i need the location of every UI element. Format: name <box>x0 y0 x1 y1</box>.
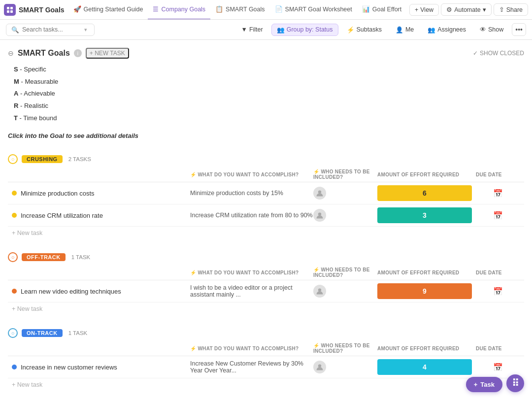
tab-company-goals-label: Company Goals <box>161 6 205 13</box>
page-title: SMART Goals <box>18 49 70 58</box>
task-status-dot <box>12 213 17 218</box>
more-options-button[interactable]: ••• <box>512 23 526 36</box>
task-status-dot <box>12 289 17 294</box>
task-status-dot <box>12 191 17 196</box>
svg-point-7 <box>318 365 321 368</box>
new-task-row[interactable]: + New task <box>8 302 524 315</box>
tasks-off-track: Learn new video editing techniques I wis… <box>8 280 524 302</box>
app-logo-text: SMART Goals <box>19 6 65 14</box>
table-row: Learn new video editing techniques I wis… <box>8 280 524 302</box>
effort-bar[interactable]: 9 <box>377 283 472 299</box>
smart-item-s: S - Specific <box>14 64 524 76</box>
click-hint: Click into the Goal to see additional de… <box>8 132 524 139</box>
col-included: ⚡ WHO NEEDS TO BE INCLUDED? <box>313 267 377 278</box>
effort-cell: 4 <box>377 359 476 375</box>
col-taskname <box>12 343 190 354</box>
person-icon <box>316 189 324 197</box>
group-count-off-track: 1 TASK <box>71 254 91 260</box>
assignees-button[interactable]: 👥 Assignees <box>422 24 471 36</box>
tab-goal-effort[interactable]: 📊 Goal Effort <box>357 0 407 20</box>
smart-item-t: T - Time bound <box>14 112 524 125</box>
filter-icon: ▼ <box>241 26 247 33</box>
task-name[interactable]: Increase CRM utilization rate <box>21 212 103 219</box>
check-icon: ✓ <box>473 50 478 57</box>
new-task-row[interactable]: + New task <box>8 227 524 239</box>
group-badge-off-track: OFF-TRACK <box>22 253 66 261</box>
group-count-crushing: 2 TASKS <box>68 156 91 162</box>
avatar <box>313 209 326 222</box>
col-header-on-track: ⚡ WHAT DO YOU WANT TO ACCOMPLISH? ⚡ WHO … <box>8 341 524 356</box>
top-nav: SMART Goals 🚀 Getting Started Guide ☰ Co… <box>0 0 532 20</box>
col-effort: AMOUNT OF EFFORT REQUIRED <box>377 343 476 354</box>
new-task-row[interactable]: + New task <box>8 378 524 391</box>
col-header-off-track: ⚡ WHAT DO YOU WANT TO ACCOMPLISH? ⚡ WHO … <box>8 265 524 280</box>
show-closed-button[interactable]: ✓ SHOW CLOSED <box>473 50 524 57</box>
due-date-cell: 📅 <box>476 287 520 296</box>
main-content: ⊖ SMART Goals i + NEW TASK ✓ SHOW CLOSED… <box>0 40 532 402</box>
col-duedate: DUE DATE <box>476 169 520 180</box>
tab-getting-started[interactable]: 🚀 Getting Started Guide <box>68 0 148 20</box>
new-task-button[interactable]: + NEW TASK <box>86 48 129 59</box>
filter-button[interactable]: ▼ Filter <box>236 24 268 35</box>
avatar <box>313 187 326 200</box>
tasks-on-track: Increase in new customer reviews Increas… <box>8 356 524 378</box>
groups-container: ○CRUSHING2 TASKS ⚡ WHAT DO YOU WANT TO A… <box>8 151 524 402</box>
search-input[interactable] <box>22 26 81 33</box>
person-icon <box>316 363 324 371</box>
col-included: ⚡ WHO NEEDS TO BE INCLUDED? <box>313 169 377 180</box>
svg-point-6 <box>318 289 321 292</box>
me-icon: 👤 <box>396 26 403 34</box>
logo-icon <box>4 4 16 16</box>
avatar-cell <box>313 209 377 222</box>
avatar-cell <box>313 361 377 373</box>
tab-smart-worksheet[interactable]: 📄 SMART Goal Worksheet <box>270 0 357 20</box>
calendar-icon[interactable]: 📅 <box>493 189 503 198</box>
group-header-crushing: ○CRUSHING2 TASKS <box>8 151 524 167</box>
svg-point-4 <box>318 191 321 194</box>
calendar-icon[interactable]: 📅 <box>493 211 503 220</box>
dots-fab-button[interactable]: ⠿ <box>506 374 524 392</box>
smart-acronym-list: S - Specific M - Measurable A - Achievab… <box>14 64 524 124</box>
info-icon[interactable]: i <box>74 49 82 57</box>
group-collapse-crushing[interactable]: ○ <box>8 154 18 164</box>
calendar-icon[interactable]: 📅 <box>493 363 503 372</box>
person-icon <box>316 211 324 219</box>
view-button[interactable]: + View <box>409 4 439 16</box>
show-button[interactable]: 👁 Show <box>474 24 509 35</box>
group-off-track: ○OFF-TRACK1 TASK ⚡ WHAT DO YOU WANT TO A… <box>8 249 524 315</box>
smart-item-m: M - Measurable <box>14 76 524 88</box>
search-box[interactable]: 🔍 ▾ <box>6 24 95 36</box>
task-accomplish: Increase CRM utilization rate from 80 to… <box>190 212 313 219</box>
svg-point-5 <box>318 213 321 216</box>
effort-bar[interactable]: 4 <box>377 359 472 375</box>
calendar-icon[interactable]: 📅 <box>493 287 503 296</box>
me-button[interactable]: 👤 Me <box>390 24 419 36</box>
col-duedate: DUE DATE <box>476 267 520 278</box>
tab-smart-goals[interactable]: 📋 SMART Goals <box>210 0 269 20</box>
group-collapse-on-track[interactable]: ○ <box>8 328 18 338</box>
effort-bar[interactable]: 3 <box>377 207 472 223</box>
tab-goal-effort-icon: 📊 <box>362 5 370 13</box>
task-name[interactable]: Minimize production costs <box>21 190 95 197</box>
task-accomplish: Increase New Customer Reviews by 30% Yea… <box>190 360 313 374</box>
task-status-dot <box>12 365 17 369</box>
subtasks-button[interactable]: ⚡ Subtasks <box>341 24 387 36</box>
table-row: Minimize production costs Minimize produ… <box>8 182 524 204</box>
task-name[interactable]: Increase in new customer reviews <box>21 364 117 371</box>
page-collapse-icon[interactable]: ⊖ <box>8 49 14 57</box>
task-name[interactable]: Learn new video editing techniques <box>21 288 121 295</box>
effort-bar[interactable]: 6 <box>377 185 472 201</box>
automate-button[interactable]: ⚙ Automate ▾ <box>441 3 492 16</box>
group-collapse-off-track[interactable]: ○ <box>8 252 18 262</box>
search-dropdown-icon[interactable]: ▾ <box>84 27 87 33</box>
group-by-icon: 👥 <box>277 26 285 34</box>
tab-company-goals[interactable]: ☰ Company Goals <box>148 0 210 20</box>
svg-rect-1 <box>10 7 13 9</box>
task-fab-button[interactable]: + Task <box>466 377 502 392</box>
col-accomplish: ⚡ WHAT DO YOU WANT TO ACCOMPLISH? <box>190 343 313 354</box>
app-logo[interactable]: SMART Goals <box>4 4 65 16</box>
group-by-button[interactable]: 👥 Group by: Status <box>271 24 338 36</box>
share-button[interactable]: ⇧ Share <box>494 3 528 16</box>
effort-cell: 3 <box>377 207 476 223</box>
group-badge-crushing: CRUSHING <box>22 155 63 163</box>
